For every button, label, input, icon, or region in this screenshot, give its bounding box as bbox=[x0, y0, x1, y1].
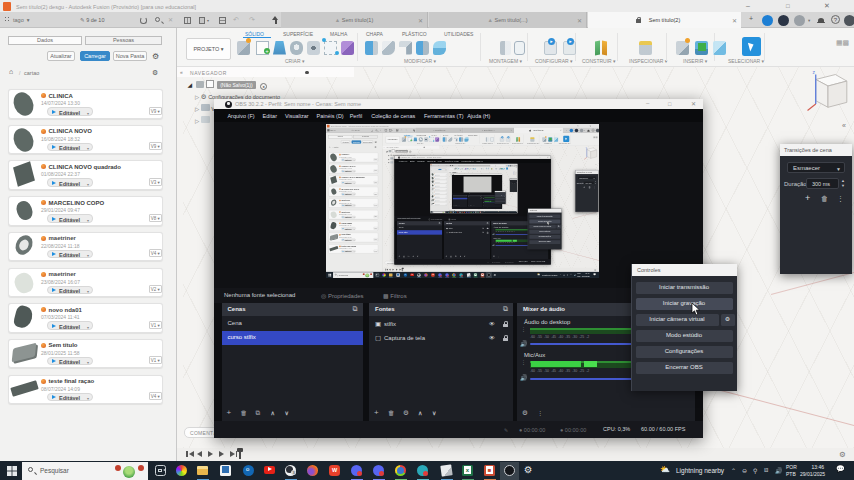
svg-text:z: z bbox=[586, 147, 587, 148]
svg-text:z: z bbox=[513, 171, 514, 172]
svg-text:z: z bbox=[812, 70, 815, 75]
